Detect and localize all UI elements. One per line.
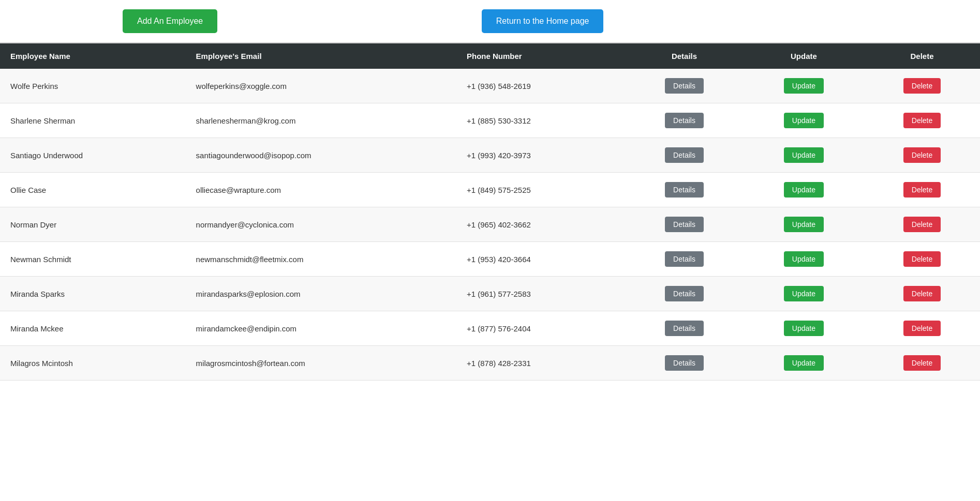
details-cell: Details <box>625 242 744 277</box>
update-cell: Update <box>744 277 864 311</box>
delete-cell: Delete <box>864 173 980 207</box>
employee-name: Newman Schmidt <box>0 242 186 277</box>
employee-phone: +1 (936) 548-2619 <box>456 69 625 103</box>
employee-name: Milagros Mcintosh <box>0 346 186 381</box>
col-header-delete: Delete <box>864 43 980 69</box>
delete-button[interactable]: Delete <box>903 286 941 301</box>
delete-cell: Delete <box>864 207 980 242</box>
table-row: Wolfe Perkinswolfeperkins@xoggle.com+1 (… <box>0 69 980 103</box>
details-button[interactable]: Details <box>665 78 704 94</box>
delete-cell: Delete <box>864 311 980 346</box>
add-employee-button[interactable]: Add An Employee <box>123 9 217 33</box>
update-button[interactable]: Update <box>784 147 824 163</box>
details-cell: Details <box>625 277 744 311</box>
employee-email: wolfeperkins@xoggle.com <box>186 69 456 103</box>
col-header-name: Employee Name <box>0 43 186 69</box>
details-cell: Details <box>625 346 744 381</box>
employee-phone: +1 (953) 420-3664 <box>456 242 625 277</box>
details-cell: Details <box>625 207 744 242</box>
delete-cell: Delete <box>864 346 980 381</box>
employee-name: Norman Dyer <box>0 207 186 242</box>
col-header-details: Details <box>625 43 744 69</box>
delete-button[interactable]: Delete <box>903 147 941 163</box>
table-row: Santiago Underwoodsantiagounderwood@isop… <box>0 138 980 173</box>
employee-email: normandyer@cyclonica.com <box>186 207 456 242</box>
employee-phone: +1 (878) 428-2331 <box>456 346 625 381</box>
employee-phone: +1 (849) 575-2525 <box>456 173 625 207</box>
update-button[interactable]: Update <box>784 182 824 198</box>
employee-name: Wolfe Perkins <box>0 69 186 103</box>
delete-cell: Delete <box>864 138 980 173</box>
table-row: Miranda Mckeemirandamckee@endipin.com+1 … <box>0 311 980 346</box>
col-header-update: Update <box>744 43 864 69</box>
update-button[interactable]: Update <box>784 321 824 336</box>
employee-email: santiagounderwood@isopop.com <box>186 138 456 173</box>
update-button[interactable]: Update <box>784 251 824 267</box>
table-row: Sharlene Shermansharlenesherman@krog.com… <box>0 103 980 138</box>
employee-phone: +1 (993) 420-3973 <box>456 138 625 173</box>
delete-button[interactable]: Delete <box>903 217 941 232</box>
details-button[interactable]: Details <box>665 217 704 232</box>
details-cell: Details <box>625 311 744 346</box>
employee-table: Employee Name Employee's Email Phone Num… <box>0 43 980 381</box>
update-button[interactable]: Update <box>784 113 824 128</box>
employee-email: mirandamckee@endipin.com <box>186 311 456 346</box>
col-header-email: Employee's Email <box>186 43 456 69</box>
update-button[interactable]: Update <box>784 217 824 232</box>
employee-phone: +1 (877) 576-2404 <box>456 311 625 346</box>
employee-email: milagrosmcintosh@fortean.com <box>186 346 456 381</box>
table-row: Miranda Sparksmirandasparks@eplosion.com… <box>0 277 980 311</box>
table-row: Milagros Mcintoshmilagrosmcintosh@fortea… <box>0 346 980 381</box>
employee-name: Santiago Underwood <box>0 138 186 173</box>
details-cell: Details <box>625 103 744 138</box>
details-cell: Details <box>625 138 744 173</box>
delete-button[interactable]: Delete <box>903 251 941 267</box>
details-button[interactable]: Details <box>665 355 704 371</box>
update-cell: Update <box>744 69 864 103</box>
delete-cell: Delete <box>864 69 980 103</box>
table-row: Ollie Caseolliecase@wrapture.com+1 (849)… <box>0 173 980 207</box>
delete-button[interactable]: Delete <box>903 78 941 94</box>
table-header-row: Employee Name Employee's Email Phone Num… <box>0 43 980 69</box>
employee-phone: +1 (965) 402-3662 <box>456 207 625 242</box>
delete-button[interactable]: Delete <box>903 113 941 128</box>
details-button[interactable]: Details <box>665 182 704 198</box>
details-button[interactable]: Details <box>665 147 704 163</box>
update-button[interactable]: Update <box>784 355 824 371</box>
employee-email: mirandasparks@eplosion.com <box>186 277 456 311</box>
employee-phone: +1 (961) 577-2583 <box>456 277 625 311</box>
employee-email: sharlenesherman@krog.com <box>186 103 456 138</box>
employee-email: newmanschmidt@fleetmix.com <box>186 242 456 277</box>
update-button[interactable]: Update <box>784 78 824 94</box>
delete-button[interactable]: Delete <box>903 321 941 336</box>
details-button[interactable]: Details <box>665 321 704 336</box>
details-button[interactable]: Details <box>665 251 704 267</box>
update-cell: Update <box>744 311 864 346</box>
employee-email: olliecase@wrapture.com <box>186 173 456 207</box>
employee-name: Miranda Sparks <box>0 277 186 311</box>
update-button[interactable]: Update <box>784 286 824 301</box>
details-cell: Details <box>625 173 744 207</box>
details-button[interactable]: Details <box>665 113 704 128</box>
delete-cell: Delete <box>864 242 980 277</box>
details-button[interactable]: Details <box>665 286 704 301</box>
delete-button[interactable]: Delete <box>903 355 941 371</box>
delete-cell: Delete <box>864 277 980 311</box>
table-row: Norman Dyernormandyer@cyclonica.com+1 (9… <box>0 207 980 242</box>
employee-table-container: Employee Name Employee's Email Phone Num… <box>0 42 980 381</box>
employee-phone: +1 (885) 530-3312 <box>456 103 625 138</box>
update-cell: Update <box>744 138 864 173</box>
employee-name: Miranda Mckee <box>0 311 186 346</box>
employee-name: Ollie Case <box>0 173 186 207</box>
update-cell: Update <box>744 103 864 138</box>
update-cell: Update <box>744 173 864 207</box>
update-cell: Update <box>744 346 864 381</box>
table-row: Newman Schmidtnewmanschmidt@fleetmix.com… <box>0 242 980 277</box>
update-cell: Update <box>744 207 864 242</box>
delete-cell: Delete <box>864 103 980 138</box>
col-header-phone: Phone Number <box>456 43 625 69</box>
home-button[interactable]: Return to the Home page <box>482 9 604 33</box>
details-cell: Details <box>625 69 744 103</box>
delete-button[interactable]: Delete <box>903 182 941 198</box>
update-cell: Update <box>744 242 864 277</box>
